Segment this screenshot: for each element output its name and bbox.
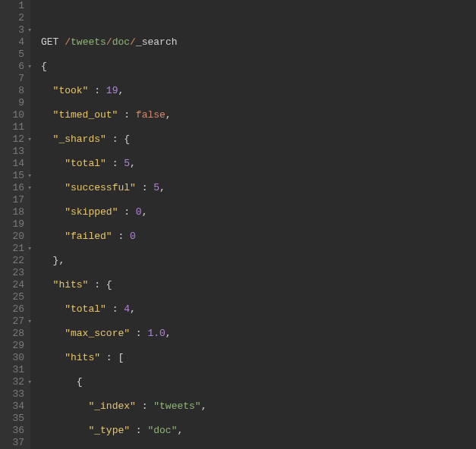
code-line: "hits" : {: [41, 279, 476, 291]
line-number: 36: [0, 425, 24, 437]
code-line: "_shards" : {: [41, 133, 476, 146]
line-number: 1: [0, 0, 24, 12]
line-number: 21: [0, 243, 24, 255]
line-number: 20: [0, 231, 24, 243]
line-number: 18: [0, 206, 24, 218]
code-line: [41, 12, 476, 24]
json-key: "total": [65, 158, 106, 169]
json-key: "skipped": [65, 206, 118, 218]
line-number: 23: [0, 267, 24, 279]
line-number: 16: [0, 182, 24, 194]
line-number: 32: [0, 376, 24, 388]
line-number: 11: [0, 121, 24, 133]
json-key: "_shards": [53, 133, 106, 145]
code-line: "hits" : [: [41, 352, 476, 364]
line-number: 29: [0, 340, 24, 352]
json-key: "total": [65, 303, 106, 315]
json-number: 19: [106, 85, 118, 96]
json-key: "timed_out": [53, 109, 118, 121]
code-editor[interactable]: 1 2 3 4 5 6 7 8 9 10 11 12 13 14 15 16 1…: [0, 0, 476, 449]
code-line: "timed_out" : false,: [41, 109, 476, 121]
code-area[interactable]: GET /tweets/doc/_search { "took" : 19, "…: [30, 0, 476, 449]
code-line: "failed" : 0: [41, 231, 476, 243]
json-key: "hits": [53, 279, 89, 290]
json-number: 0: [130, 231, 136, 242]
json-number: 5: [124, 158, 130, 169]
line-number: 9: [0, 97, 24, 109]
line-number: 14: [0, 158, 24, 170]
path-seg: tweets: [71, 36, 106, 48]
line-number: 2: [0, 12, 24, 24]
line-number: 7: [0, 73, 24, 85]
line-number: 10: [0, 109, 24, 121]
json-bool: false: [136, 109, 165, 121]
line-number: 3: [0, 24, 24, 36]
path-sep: /: [130, 36, 136, 48]
json-number: 4: [124, 303, 130, 315]
json-key: "successful": [65, 182, 136, 193]
line-number: 17: [0, 194, 24, 206]
path-seg: doc: [112, 36, 130, 48]
line-number: 24: [0, 279, 24, 291]
json-string: "doc": [147, 425, 177, 436]
json-key: "took": [53, 85, 89, 96]
code-line: "max_score" : 1.0,: [41, 328, 476, 340]
line-number: 15: [0, 170, 24, 182]
json-number: 0: [136, 206, 142, 218]
json-key: "max_score": [65, 328, 130, 339]
line-number: 34: [0, 400, 24, 413]
code-line: "_index" : "tweets",: [41, 400, 476, 413]
line-number: 12: [0, 133, 24, 146]
code-line: "took" : 19,: [41, 85, 476, 97]
http-method: GET: [41, 36, 65, 48]
code-line: "successful" : 5,: [41, 182, 476, 194]
code-line: {: [41, 376, 476, 388]
json-key: "_index": [88, 400, 135, 412]
code-line: "_type" : "doc",: [41, 425, 476, 437]
line-number: 30: [0, 352, 24, 364]
line-number: 37: [0, 437, 24, 449]
line-number: 27: [0, 316, 24, 328]
line-number: 22: [0, 255, 24, 267]
line-number-gutter: 1 2 3 4 5 6 7 8 9 10 11 12 13 14 15 16 1…: [0, 0, 30, 449]
line-number: 6: [0, 61, 24, 73]
code-line: },: [41, 255, 476, 267]
line-number: 35: [0, 413, 24, 425]
json-key: "hits": [65, 352, 100, 363]
line-number: 26: [0, 303, 24, 316]
path-seg: _search: [136, 36, 178, 48]
line-number: 5: [0, 49, 24, 61]
code-line: GET /tweets/doc/_search: [41, 36, 476, 49]
line-number: 8: [0, 85, 24, 97]
code-line: "total" : 5,: [41, 158, 476, 170]
code-line: "total" : 4,: [41, 303, 476, 316]
line-number: 4: [0, 36, 24, 49]
line-number: 13: [0, 146, 24, 158]
json-string: "tweets": [153, 400, 200, 412]
code-line: {: [41, 61, 476, 73]
line-number: 28: [0, 328, 24, 340]
line-number: 31: [0, 364, 24, 376]
json-key: "failed": [65, 231, 112, 242]
path-sep: /: [65, 36, 71, 48]
json-number: 5: [153, 182, 159, 193]
code-line: "skipped" : 0,: [41, 206, 476, 218]
path-sep: /: [106, 36, 112, 48]
json-number: 1.0: [147, 328, 165, 339]
line-number: 33: [0, 388, 24, 400]
line-number: 25: [0, 291, 24, 303]
json-key: "_type": [88, 425, 130, 436]
line-number: 19: [0, 218, 24, 231]
